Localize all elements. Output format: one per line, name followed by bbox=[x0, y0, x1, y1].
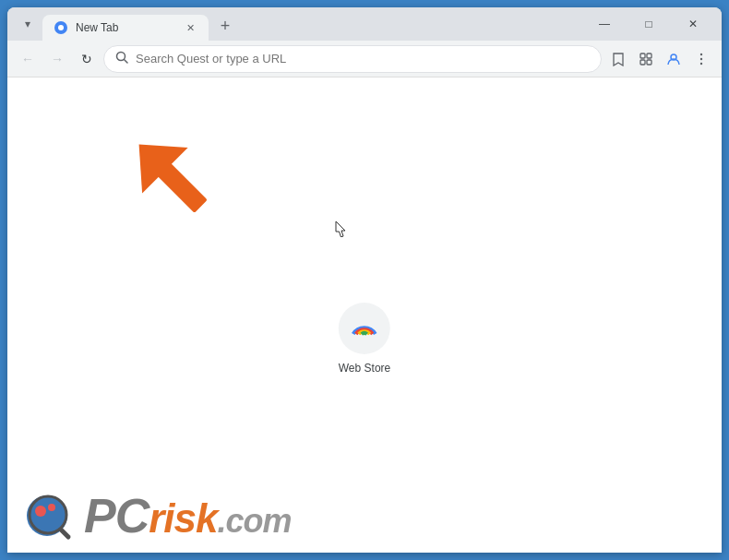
tab-dropdown-button[interactable]: ▾ bbox=[15, 11, 41, 37]
tab-favicon bbox=[54, 20, 68, 35]
svg-line-17 bbox=[61, 530, 68, 537]
minimize-button[interactable]: — bbox=[583, 11, 626, 37]
profile-button[interactable] bbox=[661, 46, 687, 72]
bookmark-button[interactable] bbox=[605, 46, 631, 72]
tab-title: New Tab bbox=[76, 21, 175, 34]
svg-point-11 bbox=[700, 62, 702, 64]
logo-svg bbox=[22, 491, 73, 542]
title-bar: ▾ New Tab ✕ + — □ ✕ bbox=[7, 7, 722, 41]
svg-rect-4 bbox=[640, 54, 645, 58]
svg-rect-6 bbox=[640, 60, 645, 65]
reload-button[interactable]: ↻ bbox=[74, 46, 100, 72]
browser-window: ▾ New Tab ✕ + — □ ✕ ← → ↻ bbox=[7, 7, 722, 553]
webstore-label: Web Store bbox=[339, 362, 390, 375]
forward-button[interactable]: → bbox=[44, 46, 70, 72]
svg-rect-7 bbox=[647, 60, 651, 65]
dotcom-text: .com bbox=[218, 502, 292, 540]
url-input[interactable] bbox=[136, 52, 590, 66]
window-controls: — □ ✕ bbox=[583, 7, 722, 41]
maximize-button[interactable]: □ bbox=[627, 11, 670, 37]
arrow-svg bbox=[127, 124, 229, 244]
watermark: PCrisk.com bbox=[7, 479, 722, 553]
search-icon bbox=[115, 51, 128, 66]
svg-rect-5 bbox=[647, 54, 651, 58]
extensions-button[interactable] bbox=[633, 46, 659, 72]
svg-point-15 bbox=[35, 506, 46, 517]
webstore-shortcut[interactable]: Web Store bbox=[339, 303, 390, 375]
toolbar-actions bbox=[605, 46, 714, 72]
address-bar[interactable] bbox=[103, 45, 602, 73]
back-button[interactable]: ← bbox=[15, 46, 41, 72]
browser-content: Web Store bbox=[7, 77, 722, 553]
menu-button[interactable] bbox=[688, 46, 714, 72]
mouse-cursor bbox=[335, 220, 346, 237]
new-tab-button[interactable]: + bbox=[212, 13, 238, 39]
svg-point-16 bbox=[48, 504, 55, 511]
shortcuts-container: Web Store bbox=[339, 303, 390, 375]
webstore-icon-container bbox=[339, 303, 390, 354]
risk-text: risk bbox=[149, 495, 217, 541]
active-tab[interactable]: New Tab ✕ bbox=[42, 15, 209, 41]
close-button[interactable]: ✕ bbox=[672, 11, 714, 37]
svg-point-1 bbox=[58, 25, 64, 30]
svg-point-10 bbox=[700, 57, 702, 59]
tab-close-button[interactable]: ✕ bbox=[183, 20, 197, 35]
svg-point-9 bbox=[700, 53, 702, 54]
svg-line-3 bbox=[125, 60, 128, 64]
watermark-text: PCrisk.com bbox=[84, 492, 292, 540]
toolbar: ← → ↻ bbox=[7, 41, 722, 77]
webstore-icon bbox=[350, 314, 379, 343]
tab-strip: ▾ New Tab ✕ + bbox=[7, 7, 583, 41]
pc-text: PC bbox=[84, 489, 149, 542]
pcrisk-logo bbox=[22, 491, 73, 542]
